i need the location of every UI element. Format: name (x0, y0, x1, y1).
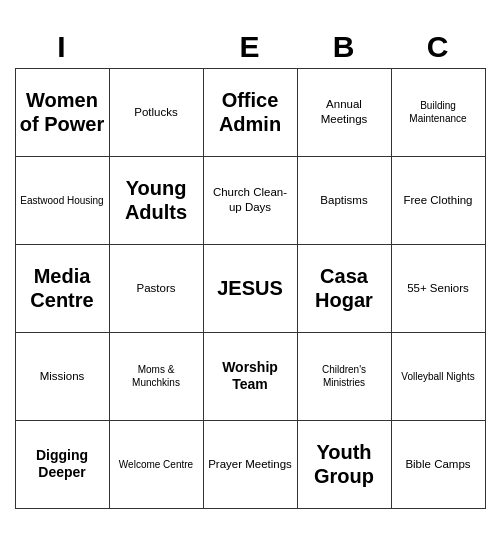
cell-text: Missions (40, 369, 85, 384)
cell-content: Building Maintenance (396, 75, 481, 150)
cell-content: Youth Group (302, 427, 387, 502)
cell-text: Eastwood Housing (20, 194, 103, 207)
table-row: Media CentrePastorsJESUSCasa Hogar55+ Se… (15, 244, 485, 332)
cell-text: Free Clothing (403, 193, 472, 208)
table-cell: Baptisms (297, 156, 391, 244)
header-row: IEBC (15, 30, 485, 68)
cell-content: Annual Meetings (302, 75, 387, 150)
table-cell: Pastors (109, 244, 203, 332)
bingo-table: Women of PowerPotlucksOffice AdminAnnual… (15, 68, 486, 509)
cell-content: 55+ Seniors (396, 251, 481, 326)
cell-text: Moms & Munchkins (114, 363, 199, 389)
cell-text: Youth Group (302, 440, 387, 488)
cell-text: Baptisms (320, 193, 367, 208)
cell-content: Church Clean-up Days (208, 163, 293, 238)
cell-content: Casa Hogar (302, 251, 387, 326)
cell-content: Welcome Centre (114, 427, 199, 502)
cell-text: Bible Camps (405, 457, 470, 472)
cell-content: Media Centre (20, 251, 105, 326)
cell-content: Moms & Munchkins (114, 339, 199, 414)
bingo-card: IEBC Women of PowerPotlucksOffice AdminA… (5, 26, 496, 519)
table-cell: Welcome Centre (109, 420, 203, 508)
table-cell: Women of Power (15, 68, 109, 156)
cell-text: Casa Hogar (302, 264, 387, 312)
cell-text: Office Admin (208, 88, 293, 136)
cell-content: Free Clothing (396, 163, 481, 238)
cell-content: Children's Ministries (302, 339, 387, 414)
table-cell: JESUS (203, 244, 297, 332)
table-row: Eastwood HousingYoung AdultsChurch Clean… (15, 156, 485, 244)
cell-content: Worship Team (208, 339, 293, 414)
header-letter-0: I (15, 30, 109, 68)
table-cell: Missions (15, 332, 109, 420)
cell-text: Digging Deeper (20, 447, 105, 481)
table-cell: Volleyball Nights (391, 332, 485, 420)
table-cell: Casa Hogar (297, 244, 391, 332)
cell-content: Volleyball Nights (396, 339, 481, 414)
table-row: Digging DeeperWelcome CentrePrayer Meeti… (15, 420, 485, 508)
header-letter-4: C (391, 30, 485, 68)
cell-text: Young Adults (114, 176, 199, 224)
cell-content: Potlucks (114, 75, 199, 150)
table-row: MissionsMoms & MunchkinsWorship TeamChil… (15, 332, 485, 420)
cell-text: Building Maintenance (396, 99, 481, 125)
cell-text: Volleyball Nights (401, 370, 474, 383)
table-cell: Moms & Munchkins (109, 332, 203, 420)
table-cell: Eastwood Housing (15, 156, 109, 244)
cell-content: Women of Power (20, 75, 105, 150)
table-cell: Digging Deeper (15, 420, 109, 508)
cell-content: Missions (20, 339, 105, 414)
table-row: Women of PowerPotlucksOffice AdminAnnual… (15, 68, 485, 156)
table-cell: Bible Camps (391, 420, 485, 508)
cell-text: Annual Meetings (302, 97, 387, 127)
table-cell: Church Clean-up Days (203, 156, 297, 244)
cell-text: 55+ Seniors (407, 281, 469, 296)
cell-content: Prayer Meetings (208, 427, 293, 502)
table-cell: Annual Meetings (297, 68, 391, 156)
table-cell: 55+ Seniors (391, 244, 485, 332)
cell-text: JESUS (217, 276, 283, 300)
table-cell: Worship Team (203, 332, 297, 420)
table-cell: Potlucks (109, 68, 203, 156)
cell-content: Digging Deeper (20, 427, 105, 502)
cell-content: Baptisms (302, 163, 387, 238)
header-letter-1 (109, 30, 203, 68)
cell-text: Media Centre (20, 264, 105, 312)
table-cell: Free Clothing (391, 156, 485, 244)
table-cell: Young Adults (109, 156, 203, 244)
cell-text: Pastors (137, 281, 176, 296)
table-cell: Office Admin (203, 68, 297, 156)
cell-content: Pastors (114, 251, 199, 326)
table-cell: Children's Ministries (297, 332, 391, 420)
header-letter-3: B (297, 30, 391, 68)
cell-content: Young Adults (114, 163, 199, 238)
table-cell: Building Maintenance (391, 68, 485, 156)
cell-text: Children's Ministries (302, 363, 387, 389)
cell-text: Prayer Meetings (208, 457, 292, 472)
table-cell: Youth Group (297, 420, 391, 508)
table-cell: Prayer Meetings (203, 420, 297, 508)
cell-text: Potlucks (134, 105, 177, 120)
cell-text: Welcome Centre (119, 458, 193, 471)
cell-content: Eastwood Housing (20, 163, 105, 238)
cell-text: Women of Power (20, 88, 105, 136)
cell-content: Bible Camps (396, 427, 481, 502)
cell-content: Office Admin (208, 75, 293, 150)
cell-text: Church Clean-up Days (208, 185, 293, 215)
cell-content: JESUS (208, 251, 293, 326)
header-letter-2: E (203, 30, 297, 68)
table-cell: Media Centre (15, 244, 109, 332)
cell-text: Worship Team (208, 359, 293, 393)
